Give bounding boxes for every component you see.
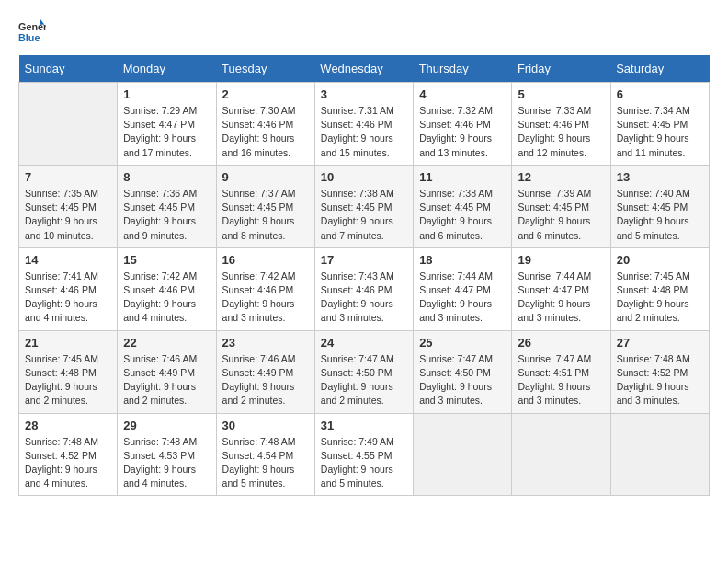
day-number: 23	[222, 336, 309, 350]
day-number: 19	[518, 253, 604, 267]
day-info: Sunrise: 7:35 AMSunset: 4:45 PMDaylight:…	[25, 187, 111, 243]
col-header-sunday: Sunday	[19, 55, 118, 83]
calendar-cell: 24Sunrise: 7:47 AMSunset: 4:50 PMDayligh…	[314, 330, 413, 413]
calendar-cell: 13Sunrise: 7:40 AMSunset: 4:45 PMDayligh…	[610, 165, 709, 247]
day-info: Sunrise: 7:44 AMSunset: 4:47 PMDaylight:…	[419, 270, 506, 326]
day-info: Sunrise: 7:38 AMSunset: 4:45 PMDaylight:…	[321, 187, 407, 243]
day-info: Sunrise: 7:47 AMSunset: 4:50 PMDaylight:…	[419, 352, 506, 408]
calendar-cell: 1Sunrise: 7:29 AMSunset: 4:47 PMDaylight…	[118, 83, 216, 166]
day-number: 15	[123, 253, 210, 267]
day-info: Sunrise: 7:44 AMSunset: 4:47 PMDaylight:…	[518, 270, 604, 326]
svg-text:Blue: Blue	[18, 32, 40, 43]
day-number: 18	[419, 253, 506, 267]
day-info: Sunrise: 7:49 AMSunset: 4:55 PMDaylight:…	[321, 435, 407, 491]
day-info: Sunrise: 7:48 AMSunset: 4:53 PMDaylight:…	[123, 435, 210, 491]
day-info: Sunrise: 7:39 AMSunset: 4:45 PMDaylight:…	[518, 187, 604, 243]
day-number: 22	[123, 336, 210, 350]
calendar-cell: 5Sunrise: 7:33 AMSunset: 4:46 PMDaylight…	[512, 83, 610, 166]
col-header-friday: Friday	[512, 55, 610, 83]
day-number: 8	[123, 170, 210, 184]
day-info: Sunrise: 7:34 AMSunset: 4:45 PMDaylight:…	[617, 104, 703, 160]
page-header: General Blue	[18, 18, 710, 46]
day-info: Sunrise: 7:48 AMSunset: 4:54 PMDaylight:…	[222, 435, 309, 491]
calendar-table: SundayMondayTuesdayWednesdayThursdayFrid…	[18, 55, 710, 496]
calendar-cell: 30Sunrise: 7:48 AMSunset: 4:54 PMDayligh…	[216, 413, 314, 496]
day-info: Sunrise: 7:33 AMSunset: 4:46 PMDaylight:…	[518, 104, 604, 160]
calendar-cell: 6Sunrise: 7:34 AMSunset: 4:45 PMDaylight…	[610, 83, 709, 166]
day-number: 6	[617, 87, 703, 101]
calendar-cell: 3Sunrise: 7:31 AMSunset: 4:46 PMDaylight…	[314, 83, 413, 166]
day-number: 13	[617, 170, 703, 184]
calendar-cell: 31Sunrise: 7:49 AMSunset: 4:55 PMDayligh…	[314, 413, 413, 496]
day-number: 21	[25, 336, 111, 350]
day-info: Sunrise: 7:43 AMSunset: 4:46 PMDaylight:…	[321, 270, 407, 326]
calendar-cell: 14Sunrise: 7:41 AMSunset: 4:46 PMDayligh…	[19, 247, 118, 330]
calendar-cell: 17Sunrise: 7:43 AMSunset: 4:46 PMDayligh…	[314, 247, 413, 330]
day-number: 17	[321, 253, 407, 267]
day-info: Sunrise: 7:31 AMSunset: 4:46 PMDaylight:…	[321, 104, 407, 160]
day-number: 7	[25, 170, 111, 184]
day-info: Sunrise: 7:38 AMSunset: 4:45 PMDaylight:…	[419, 187, 506, 243]
calendar-cell	[19, 83, 118, 166]
day-info: Sunrise: 7:41 AMSunset: 4:46 PMDaylight:…	[25, 270, 111, 326]
calendar-cell: 16Sunrise: 7:42 AMSunset: 4:46 PMDayligh…	[216, 247, 314, 330]
day-number: 14	[25, 253, 111, 267]
day-info: Sunrise: 7:45 AMSunset: 4:48 PMDaylight:…	[25, 352, 111, 408]
day-number: 2	[222, 87, 309, 101]
day-number: 12	[518, 170, 604, 184]
calendar-cell: 10Sunrise: 7:38 AMSunset: 4:45 PMDayligh…	[314, 165, 413, 247]
day-number: 31	[321, 419, 407, 432]
day-number: 5	[518, 87, 604, 101]
calendar-cell: 29Sunrise: 7:48 AMSunset: 4:53 PMDayligh…	[118, 413, 216, 496]
calendar-cell: 18Sunrise: 7:44 AMSunset: 4:47 PMDayligh…	[414, 247, 512, 330]
col-header-tuesday: Tuesday	[216, 55, 314, 83]
day-number: 30	[222, 419, 309, 432]
calendar-cell: 26Sunrise: 7:47 AMSunset: 4:51 PMDayligh…	[512, 330, 610, 413]
day-number: 3	[321, 87, 407, 101]
day-info: Sunrise: 7:48 AMSunset: 4:52 PMDaylight:…	[25, 435, 111, 491]
day-info: Sunrise: 7:37 AMSunset: 4:45 PMDaylight:…	[222, 187, 309, 243]
day-info: Sunrise: 7:32 AMSunset: 4:46 PMDaylight:…	[419, 104, 506, 160]
calendar-cell: 27Sunrise: 7:48 AMSunset: 4:52 PMDayligh…	[610, 330, 709, 413]
calendar-cell: 22Sunrise: 7:46 AMSunset: 4:49 PMDayligh…	[118, 330, 216, 413]
day-number: 20	[617, 253, 703, 267]
calendar-cell: 7Sunrise: 7:35 AMSunset: 4:45 PMDaylight…	[19, 165, 118, 247]
col-header-wednesday: Wednesday	[314, 55, 413, 83]
day-number: 9	[222, 170, 309, 184]
day-number: 26	[518, 336, 604, 350]
col-header-thursday: Thursday	[414, 55, 512, 83]
day-number: 25	[419, 336, 506, 350]
calendar-cell: 12Sunrise: 7:39 AMSunset: 4:45 PMDayligh…	[512, 165, 610, 247]
day-number: 11	[419, 170, 506, 184]
calendar-cell: 2Sunrise: 7:30 AMSunset: 4:46 PMDaylight…	[216, 83, 314, 166]
day-info: Sunrise: 7:46 AMSunset: 4:49 PMDaylight:…	[123, 352, 210, 408]
calendar-cell: 8Sunrise: 7:36 AMSunset: 4:45 PMDaylight…	[118, 165, 216, 247]
day-number: 28	[25, 419, 111, 432]
calendar-cell: 11Sunrise: 7:38 AMSunset: 4:45 PMDayligh…	[414, 165, 512, 247]
day-number: 4	[419, 87, 506, 101]
day-info: Sunrise: 7:29 AMSunset: 4:47 PMDaylight:…	[123, 104, 210, 160]
day-info: Sunrise: 7:46 AMSunset: 4:49 PMDaylight:…	[222, 352, 309, 408]
day-number: 27	[617, 336, 703, 350]
calendar-cell: 25Sunrise: 7:47 AMSunset: 4:50 PMDayligh…	[414, 330, 512, 413]
day-info: Sunrise: 7:48 AMSunset: 4:52 PMDaylight:…	[617, 352, 703, 408]
day-info: Sunrise: 7:42 AMSunset: 4:46 PMDaylight:…	[123, 270, 210, 326]
day-info: Sunrise: 7:36 AMSunset: 4:45 PMDaylight:…	[123, 187, 210, 243]
col-header-monday: Monday	[118, 55, 216, 83]
calendar-cell: 9Sunrise: 7:37 AMSunset: 4:45 PMDaylight…	[216, 165, 314, 247]
day-number: 16	[222, 253, 309, 267]
calendar-cell	[512, 413, 610, 496]
day-info: Sunrise: 7:40 AMSunset: 4:45 PMDaylight:…	[617, 187, 703, 243]
logo-icon: General Blue	[18, 18, 46, 46]
calendar-cell: 15Sunrise: 7:42 AMSunset: 4:46 PMDayligh…	[118, 247, 216, 330]
calendar-cell	[414, 413, 512, 496]
calendar-cell: 4Sunrise: 7:32 AMSunset: 4:46 PMDaylight…	[414, 83, 512, 166]
calendar-cell: 20Sunrise: 7:45 AMSunset: 4:48 PMDayligh…	[610, 247, 709, 330]
day-number: 29	[123, 419, 210, 432]
day-info: Sunrise: 7:47 AMSunset: 4:51 PMDaylight:…	[518, 352, 604, 408]
calendar-cell: 23Sunrise: 7:46 AMSunset: 4:49 PMDayligh…	[216, 330, 314, 413]
calendar-cell: 21Sunrise: 7:45 AMSunset: 4:48 PMDayligh…	[19, 330, 118, 413]
day-info: Sunrise: 7:47 AMSunset: 4:50 PMDaylight:…	[321, 352, 407, 408]
calendar-cell: 28Sunrise: 7:48 AMSunset: 4:52 PMDayligh…	[19, 413, 118, 496]
day-info: Sunrise: 7:30 AMSunset: 4:46 PMDaylight:…	[222, 104, 309, 160]
